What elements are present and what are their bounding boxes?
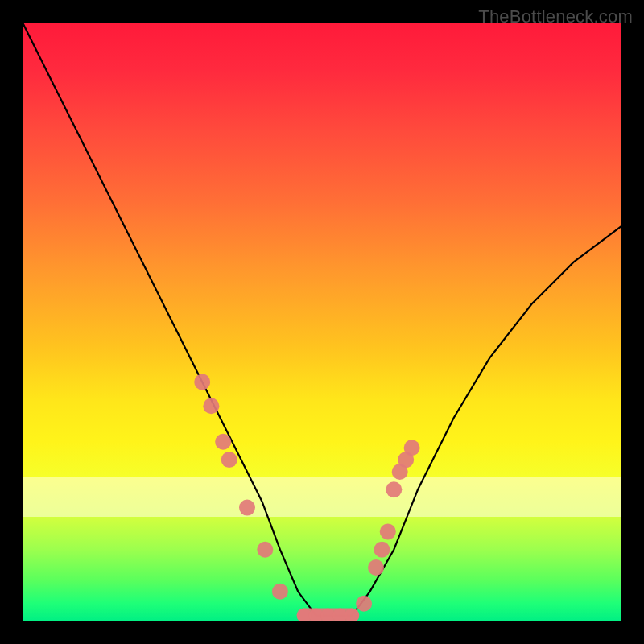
- marker-point: [398, 452, 414, 468]
- marker-point: [203, 398, 219, 414]
- marker-point: [194, 374, 210, 390]
- marker-point: [239, 500, 255, 516]
- highlight-band: [23, 477, 621, 516]
- marker-point: [332, 609, 347, 621]
- marker-point: [257, 542, 273, 558]
- marker-point: [297, 609, 312, 621]
- marker-point: [392, 464, 408, 480]
- marker-point: [221, 452, 237, 468]
- marker-point: [309, 609, 324, 621]
- marker-point: [356, 596, 372, 612]
- plot-area: [23, 23, 621, 621]
- marker-point: [386, 481, 402, 497]
- marker-point: [320, 609, 335, 621]
- marker-point: [404, 440, 420, 456]
- marker-point: [374, 542, 390, 558]
- bottleneck-curve: [23, 23, 621, 616]
- marker-bottom-pill: [297, 609, 360, 621]
- marker-group: [194, 374, 419, 621]
- marker-point: [272, 584, 288, 600]
- curve-svg: [23, 23, 621, 621]
- marker-point: [380, 523, 396, 539]
- marker-point: [215, 434, 231, 450]
- marker-point: [368, 559, 384, 576]
- marker-point: [345, 609, 359, 621]
- chart-frame: TheBottleneck.com: [0, 0, 644, 644]
